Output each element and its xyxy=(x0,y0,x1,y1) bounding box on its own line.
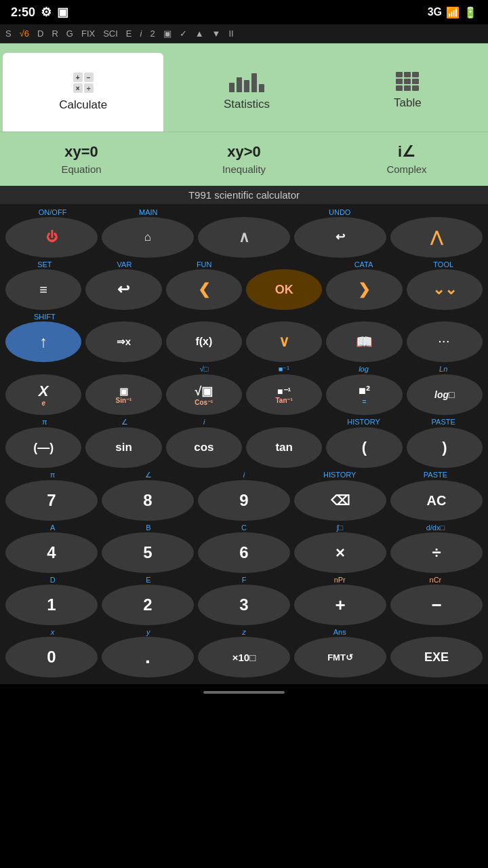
btn-row-6: 7 8 9 ⌫ AC xyxy=(5,480,483,521)
minus-button[interactable]: − xyxy=(390,585,483,625)
fmt-button[interactable]: FMT↺ xyxy=(294,637,386,677)
negative-button[interactable]: (—) xyxy=(5,427,81,468)
label-i: i xyxy=(166,418,242,427)
label-shift: SHIFT xyxy=(7,313,83,321)
logb-button[interactable]: log□ xyxy=(407,374,483,415)
equation-label: Equation xyxy=(61,163,101,175)
settings-icon: ⚙ xyxy=(41,5,52,20)
label-onoff: ON/OFF xyxy=(7,208,98,216)
btn-row-9: 0 . ×10□ FMT↺ EXE xyxy=(5,637,483,677)
six-button[interactable]: 6 xyxy=(198,532,290,573)
row6-labels: π ∠ i HISTORY PASTE xyxy=(5,471,483,479)
lparen-button[interactable]: ( xyxy=(326,427,402,468)
plus-button[interactable]: + xyxy=(294,585,386,625)
shift-button[interactable]: ↑ xyxy=(5,321,81,362)
ok-button[interactable]: OK xyxy=(246,269,322,310)
catalog-button[interactable]: 📖 xyxy=(326,321,402,362)
set-button[interactable]: ≡ xyxy=(5,269,81,310)
label-pi2: π xyxy=(7,471,98,479)
btn-row-5: (—) sin cos tan ( ) xyxy=(5,427,483,468)
time: 2:50 xyxy=(11,5,35,20)
cos-button[interactable]: cos xyxy=(166,427,242,468)
home-indicator[interactable] xyxy=(203,691,285,694)
tab-statistics-label: Statistics xyxy=(224,98,270,111)
label-paste2: PASTE xyxy=(390,471,481,479)
toolbar-check: ✓ xyxy=(180,28,187,39)
bottom-bar xyxy=(0,684,488,701)
rparen-button[interactable]: ) xyxy=(407,427,483,468)
toolbar-i: i xyxy=(140,28,142,39)
toolbar-sqrt6: √6 xyxy=(20,28,29,39)
btn-row-3: ↑ ⇒x f(x) ∨ 📖 ··· xyxy=(5,321,483,362)
eight-button[interactable]: 8 xyxy=(102,480,194,521)
up-button[interactable]: ∧ xyxy=(198,217,290,258)
home-button[interactable]: ⌂ xyxy=(102,217,194,258)
label-pi: π xyxy=(7,418,83,427)
row2-labels: SET VAR FUN _ CATA TOOL xyxy=(5,260,483,269)
inverse-button[interactable]: ■⁻¹ Tan⁻¹ xyxy=(246,374,322,415)
assign-button[interactable]: ⇒x xyxy=(85,321,161,362)
btn-row-1: ⏻ ⌂ ∧ ↩ ⋀ xyxy=(5,217,483,258)
toolbar-fix: FIX xyxy=(81,28,95,39)
toolbar-down: ▼ xyxy=(212,28,221,39)
signal-icon: 📶 xyxy=(446,6,460,19)
delete-button[interactable]: ⌫ xyxy=(294,480,386,521)
five-button[interactable]: 5 xyxy=(102,532,194,573)
zero-button[interactable]: 0 xyxy=(5,637,98,677)
label-sqrt: √□ xyxy=(166,365,242,374)
nine-button[interactable]: 9 xyxy=(198,480,290,521)
ac-button[interactable]: AC xyxy=(390,480,483,521)
label-neg1: ■⁻¹ xyxy=(246,365,322,374)
double-up-button[interactable]: ⋀ xyxy=(390,217,483,258)
tab-calculate[interactable]: + − × ÷ Calculate xyxy=(3,53,163,132)
label-integral: ∫□ xyxy=(294,524,386,532)
toolbar-2: 2 xyxy=(150,28,155,39)
label-angle2: ∠ xyxy=(102,471,194,479)
chev-down-button[interactable]: ∨ xyxy=(246,321,322,362)
double-down-button[interactable]: ⌄⌄ xyxy=(407,269,483,310)
tab-statistics[interactable]: Statistics xyxy=(166,50,327,132)
sub-mode-complex[interactable]: i∠ Complex xyxy=(325,132,488,186)
onoff-button[interactable]: ⏻ xyxy=(5,217,98,258)
label-paste: PASTE xyxy=(405,418,481,427)
label-history2: HISTORY xyxy=(294,471,386,479)
dots-button[interactable]: ··· xyxy=(407,321,483,362)
tab-table[interactable]: Table xyxy=(327,50,488,132)
fx-button[interactable]: f(x) xyxy=(166,321,242,362)
right-button[interactable]: ❯ xyxy=(326,269,402,310)
toolbar-s: S xyxy=(5,28,12,39)
three-button[interactable]: 3 xyxy=(198,585,290,625)
label-ln: Ln xyxy=(405,365,481,374)
sub-mode-equation[interactable]: xy=0 Equation xyxy=(0,132,163,186)
x-button[interactable]: X e xyxy=(5,374,81,415)
one-button[interactable]: 1 xyxy=(5,585,98,625)
seven-button[interactable]: 7 xyxy=(5,480,98,521)
label-main: MAIN xyxy=(102,208,194,216)
sin-button[interactable]: sin xyxy=(85,427,161,468)
left-button[interactable]: ❮ xyxy=(166,269,242,310)
two-button[interactable]: 2 xyxy=(102,585,194,625)
sqrt-button[interactable]: √▣ Cos⁻¹ xyxy=(166,374,242,415)
back-button[interactable]: ↩ xyxy=(85,269,161,310)
fraction-button[interactable]: ▣ Sin⁻¹ xyxy=(85,374,161,415)
toolbar-e: E xyxy=(126,28,132,39)
label-angle: ∠ xyxy=(87,418,163,427)
undo-button[interactable]: ↩ xyxy=(294,217,386,258)
label-i2: i xyxy=(198,471,289,479)
dot-button[interactable]: . xyxy=(102,637,194,677)
row8-labels: D E F nPr nCr xyxy=(5,576,483,584)
four-button[interactable]: 4 xyxy=(5,532,98,573)
tan-button[interactable]: tan xyxy=(246,427,322,468)
multiply-button[interactable]: × xyxy=(294,532,386,573)
status-bar: 2:50 ⚙ ▣ 3G 📶 🔋 xyxy=(0,0,488,24)
equation-symbol: xy=0 xyxy=(64,143,98,161)
square-button[interactable]: ■² = xyxy=(326,374,402,415)
sub-mode-inequality[interactable]: xy>0 Inequality xyxy=(163,132,325,186)
row1-labels: ON/OFF MAIN _ UNDO _ xyxy=(5,208,483,216)
exe-button[interactable]: EXE xyxy=(390,637,483,677)
complex-symbol: i∠ xyxy=(398,143,415,161)
divide-button[interactable]: ÷ xyxy=(390,532,483,573)
status-right: 3G 📶 🔋 xyxy=(428,6,477,19)
exp-button[interactable]: ×10□ xyxy=(198,637,290,677)
label-tool: TOOL xyxy=(405,260,481,269)
